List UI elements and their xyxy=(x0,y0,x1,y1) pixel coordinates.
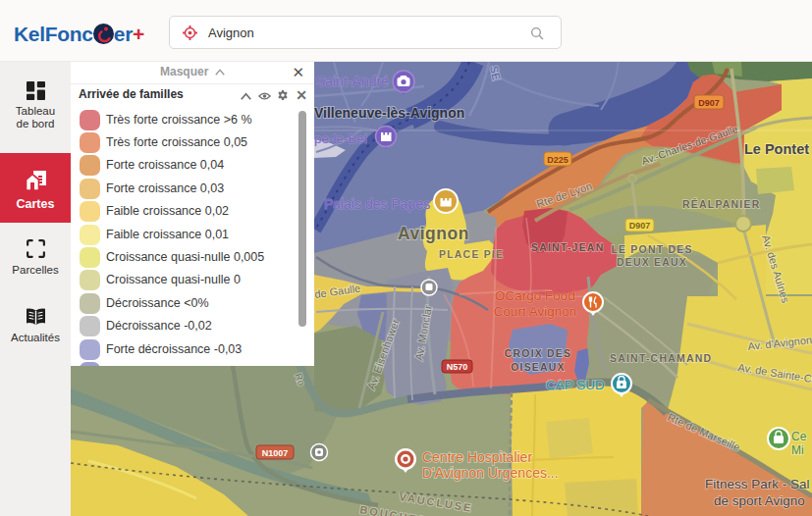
svg-text:Avignon: Avignon xyxy=(398,224,469,243)
svg-text:D907: D907 xyxy=(698,98,720,108)
svg-text:Fitness Park - Sal: Fitness Park - Sal xyxy=(705,477,810,491)
svg-text:LE PONT DES: LE PONT DES xyxy=(611,243,692,255)
svg-text:Court Avignon: Court Avignon xyxy=(494,304,577,319)
svg-text:N570: N570 xyxy=(447,362,468,372)
svg-text:Villeneuve-lès-Avignon: Villeneuve-lès-Avignon xyxy=(314,105,464,121)
svg-text:Le Pontet: Le Pontet xyxy=(744,141,809,157)
svg-text:OISEAUX: OISEAUX xyxy=(511,361,566,373)
svg-text:Ce: Ce xyxy=(791,430,807,443)
svg-text:DEUX EAUX: DEUX EAUX xyxy=(617,256,687,268)
svg-text:Mi: Mi xyxy=(791,443,804,457)
svg-text:SAINT-JEAN: SAINT-JEAN xyxy=(531,241,604,253)
svg-text:Centre Hospitalier: Centre Hospitalier xyxy=(422,449,532,465)
svg-text:PLACE PIE: PLACE PIE xyxy=(439,248,504,260)
svg-text:Palais des Papes: Palais des Papes xyxy=(324,196,430,212)
svg-text:CROIX DES: CROIX DES xyxy=(505,347,572,359)
svg-text:de sport Avigno: de sport Avigno xyxy=(714,493,805,508)
svg-text:ÔCargo Food: ÔCargo Food xyxy=(495,288,575,303)
svg-text:RÉALPANIER: RÉALPANIER xyxy=(682,198,760,210)
svg-text:Saint-André: Saint-André xyxy=(316,74,389,89)
svg-text:D907: D907 xyxy=(629,221,651,231)
svg-text:N1007: N1007 xyxy=(262,448,289,458)
svg-text:D'Avignon Urgences...: D'Avignon Urgences... xyxy=(422,465,559,481)
svg-text:pe-le-Bel: pe-le-Bel xyxy=(314,131,367,146)
svg-text:SAINT-CHAMAND: SAINT-CHAMAND xyxy=(610,352,712,364)
svg-text:D225: D225 xyxy=(547,155,568,165)
svg-text:CAP SUD: CAP SUD xyxy=(546,378,605,392)
